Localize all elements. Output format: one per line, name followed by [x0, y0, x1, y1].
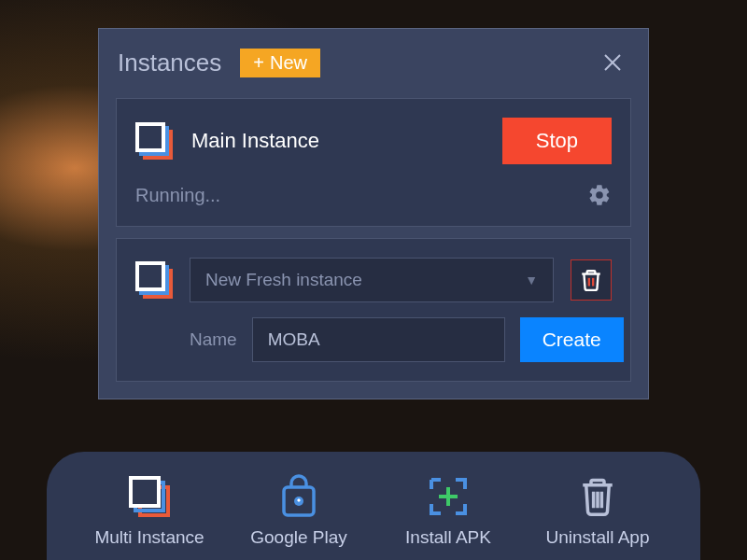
instance-name-input[interactable] — [252, 317, 505, 362]
install-apk-icon — [426, 474, 471, 519]
google-play-label: Google Play — [250, 527, 347, 548]
chevron-down-icon: ▼ — [525, 273, 538, 287]
multi-instance-icon — [135, 122, 173, 160]
instances-dialog: Instances + New Main Instance Stop Runni… — [98, 28, 649, 399]
close-button[interactable] — [596, 46, 629, 79]
instance-status: Running... — [135, 185, 587, 206]
close-icon — [601, 51, 624, 74]
multi-instance-icon — [129, 476, 170, 517]
dialog-title: Instances — [118, 49, 221, 77]
instance-card: Main Instance Stop Running... — [116, 98, 631, 227]
dialog-header: Instances + New — [99, 29, 648, 89]
new-instance-button[interactable]: + New — [240, 49, 320, 77]
delete-instance-button[interactable] — [571, 259, 612, 301]
create-button[interactable]: Create — [520, 317, 624, 362]
stop-button[interactable]: Stop — [502, 118, 612, 164]
multi-instance-tool[interactable]: Multi Instance — [84, 473, 215, 548]
bottom-toolbar: Multi Instance Google Play Install APK — [47, 452, 700, 560]
uninstall-app-tool[interactable]: Uninstall App — [532, 473, 663, 548]
instance-row: Main Instance Stop — [135, 118, 612, 164]
plus-icon: + — [253, 52, 264, 74]
uninstall-app-label: Uninstall App — [546, 527, 650, 548]
install-apk-label: Install APK — [405, 527, 491, 548]
trash-icon — [579, 267, 603, 293]
multi-instance-label: Multi Instance — [94, 527, 204, 548]
google-play-tool[interactable]: Google Play — [233, 473, 364, 548]
dropdown-selected-label: New Fresh instance — [205, 270, 362, 290]
new-button-label: New — [270, 52, 307, 74]
uninstall-trash-icon — [578, 474, 617, 519]
name-row: Name Create — [135, 317, 612, 362]
create-top-row: New Fresh instance ▼ — [135, 258, 612, 302]
google-play-icon — [278, 474, 319, 519]
instance-name: Main Instance — [191, 129, 484, 153]
create-instance-panel: New Fresh instance ▼ Name Create — [116, 238, 631, 382]
instance-status-row: Running... — [135, 183, 612, 207]
instance-type-dropdown[interactable]: New Fresh instance ▼ — [190, 258, 554, 302]
install-apk-tool[interactable]: Install APK — [383, 473, 514, 548]
multi-instance-icon — [135, 261, 173, 299]
instance-settings-button[interactable] — [587, 183, 612, 207]
name-field-label: Name — [190, 329, 237, 350]
gear-icon — [587, 183, 612, 207]
